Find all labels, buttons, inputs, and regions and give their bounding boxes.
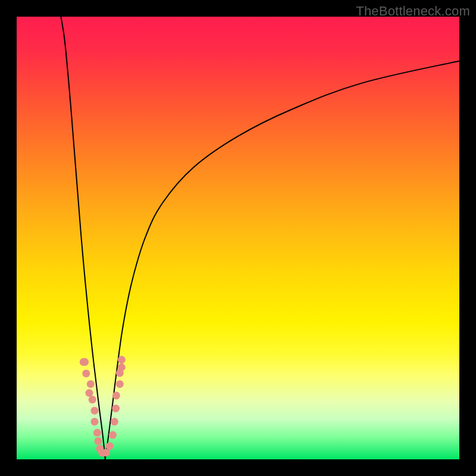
plot-area — [17, 17, 459, 459]
chart-frame: TheBottleneck.com — [0, 0, 476, 476]
data-marker — [81, 358, 89, 366]
data-marker — [90, 418, 98, 425]
data-marker — [87, 380, 95, 388]
data-marker — [86, 389, 93, 397]
left-curve — [61, 17, 105, 459]
data-marker — [112, 392, 120, 399]
curve-layer — [17, 17, 459, 459]
data-marker — [109, 431, 117, 439]
data-marker — [112, 405, 120, 412]
data-marker — [116, 380, 124, 388]
right-curve — [105, 61, 459, 459]
attribution-label: TheBottleneck.com — [356, 4, 470, 19]
data-marker — [118, 364, 126, 371]
data-marker — [93, 429, 101, 437]
data-marker — [111, 418, 118, 425]
data-marker — [89, 396, 96, 403]
markers-group — [80, 356, 126, 456]
data-marker — [106, 442, 114, 450]
data-marker — [102, 449, 110, 456]
data-marker — [118, 356, 126, 364]
data-marker — [90, 407, 98, 415]
data-marker — [82, 369, 90, 377]
data-marker — [94, 437, 102, 445]
